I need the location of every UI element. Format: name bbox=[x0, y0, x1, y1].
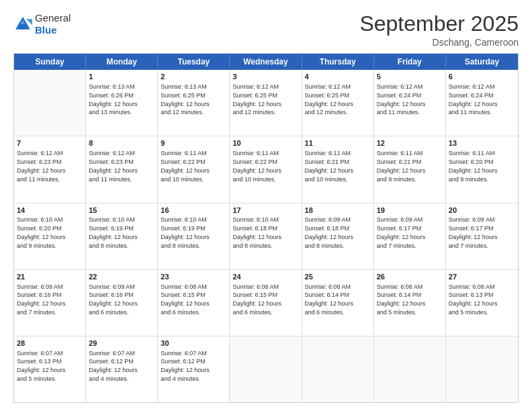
cal-cell: 14Sunrise: 6:10 AM Sunset: 6:20 PM Dayli… bbox=[14, 203, 86, 269]
cell-info: Sunrise: 6:12 AM Sunset: 6:25 PM Dayligh… bbox=[232, 83, 281, 116]
day-number: 10 bbox=[232, 138, 298, 148]
cal-cell: 26Sunrise: 6:08 AM Sunset: 6:14 PM Dayli… bbox=[374, 270, 446, 336]
cal-cell: 23Sunrise: 6:08 AM Sunset: 6:15 PM Dayli… bbox=[158, 270, 230, 336]
cell-info: Sunrise: 6:09 AM Sunset: 6:17 PM Dayligh… bbox=[377, 216, 426, 248]
day-number: 5 bbox=[377, 72, 443, 82]
cal-cell: 17Sunrise: 6:10 AM Sunset: 6:18 PM Dayli… bbox=[230, 203, 302, 269]
cal-cell: 18Sunrise: 6:09 AM Sunset: 6:18 PM Dayli… bbox=[302, 203, 374, 269]
cal-week-2: 7Sunrise: 6:12 AM Sunset: 6:23 PM Daylig… bbox=[14, 136, 518, 203]
cell-info: Sunrise: 6:09 AM Sunset: 6:16 PM Dayligh… bbox=[17, 283, 66, 316]
location: Dschang, Cameroon bbox=[359, 37, 519, 48]
cal-cell: 3Sunrise: 6:12 AM Sunset: 6:25 PM Daylig… bbox=[230, 70, 302, 136]
cal-cell: 20Sunrise: 6:09 AM Sunset: 6:17 PM Dayli… bbox=[446, 203, 518, 269]
header-day-sunday: Sunday bbox=[14, 54, 86, 70]
cal-cell: 4Sunrise: 6:12 AM Sunset: 6:25 PM Daylig… bbox=[302, 70, 374, 136]
cal-cell: 1Sunrise: 6:13 AM Sunset: 6:26 PM Daylig… bbox=[86, 70, 158, 136]
header-day-monday: Monday bbox=[86, 54, 158, 70]
cal-cell: 8Sunrise: 6:12 AM Sunset: 6:23 PM Daylig… bbox=[86, 136, 158, 202]
cal-cell: 13Sunrise: 6:11 AM Sunset: 6:20 PM Dayli… bbox=[446, 136, 518, 202]
day-number: 13 bbox=[449, 138, 515, 148]
cal-week-1: 1Sunrise: 6:13 AM Sunset: 6:26 PM Daylig… bbox=[14, 70, 518, 136]
cell-info: Sunrise: 6:12 AM Sunset: 6:25 PM Dayligh… bbox=[305, 83, 354, 116]
cell-info: Sunrise: 6:08 AM Sunset: 6:14 PM Dayligh… bbox=[305, 283, 354, 316]
cal-cell: 28Sunrise: 6:07 AM Sunset: 6:13 PM Dayli… bbox=[14, 336, 86, 402]
cell-info: Sunrise: 6:07 AM Sunset: 6:12 PM Dayligh… bbox=[89, 350, 138, 382]
day-number: 9 bbox=[161, 138, 226, 148]
title-block: September 2025 Dschang, Cameroon bbox=[359, 12, 519, 48]
cal-cell: 15Sunrise: 6:10 AM Sunset: 6:19 PM Dayli… bbox=[86, 203, 158, 269]
day-number: 17 bbox=[232, 205, 298, 216]
header-day-thursday: Thursday bbox=[302, 54, 374, 70]
cal-cell: 16Sunrise: 6:10 AM Sunset: 6:19 PM Dayli… bbox=[158, 203, 230, 269]
day-number: 20 bbox=[449, 205, 515, 216]
day-number: 4 bbox=[305, 72, 371, 82]
svg-rect-2 bbox=[19, 24, 27, 30]
cal-cell: 29Sunrise: 6:07 AM Sunset: 6:12 PM Dayli… bbox=[86, 336, 158, 402]
cal-cell bbox=[230, 336, 302, 402]
cell-info: Sunrise: 6:07 AM Sunset: 6:12 PM Dayligh… bbox=[161, 350, 210, 382]
day-number: 21 bbox=[17, 272, 83, 282]
cell-info: Sunrise: 6:08 AM Sunset: 6:13 PM Dayligh… bbox=[449, 283, 498, 316]
cell-info: Sunrise: 6:12 AM Sunset: 6:23 PM Dayligh… bbox=[17, 150, 66, 182]
day-number: 11 bbox=[305, 138, 371, 148]
cell-info: Sunrise: 6:11 AM Sunset: 6:21 PM Dayligh… bbox=[377, 150, 426, 182]
cell-info: Sunrise: 6:10 AM Sunset: 6:18 PM Dayligh… bbox=[232, 216, 281, 248]
logo-blue: Blue bbox=[35, 24, 71, 36]
cal-week-4: 21Sunrise: 6:09 AM Sunset: 6:16 PM Dayli… bbox=[14, 270, 518, 336]
cal-cell: 12Sunrise: 6:11 AM Sunset: 6:21 PM Dayli… bbox=[374, 136, 446, 202]
logo-text: General Blue bbox=[35, 12, 71, 36]
day-number: 2 bbox=[161, 72, 226, 82]
logo-icon bbox=[13, 15, 32, 34]
calendar-header: SundayMondayTuesdayWednesdayThursdayFrid… bbox=[14, 54, 518, 70]
cal-cell: 30Sunrise: 6:07 AM Sunset: 6:12 PM Dayli… bbox=[158, 336, 230, 402]
day-number: 15 bbox=[89, 205, 154, 216]
cal-cell: 5Sunrise: 6:12 AM Sunset: 6:24 PM Daylig… bbox=[374, 70, 446, 136]
cal-cell: 27Sunrise: 6:08 AM Sunset: 6:13 PM Dayli… bbox=[446, 270, 518, 336]
cal-cell: 22Sunrise: 6:09 AM Sunset: 6:16 PM Dayli… bbox=[86, 270, 158, 336]
day-number: 23 bbox=[161, 272, 226, 282]
cal-cell bbox=[14, 70, 86, 136]
cell-info: Sunrise: 6:11 AM Sunset: 6:22 PM Dayligh… bbox=[232, 150, 281, 182]
header: General Blue September 2025 Dschang, Cam… bbox=[13, 12, 519, 48]
header-day-tuesday: Tuesday bbox=[158, 54, 230, 70]
cal-cell: 21Sunrise: 6:09 AM Sunset: 6:16 PM Dayli… bbox=[14, 270, 86, 336]
day-number: 7 bbox=[17, 138, 83, 148]
cell-info: Sunrise: 6:09 AM Sunset: 6:17 PM Dayligh… bbox=[449, 216, 498, 248]
cal-cell: 6Sunrise: 6:12 AM Sunset: 6:24 PM Daylig… bbox=[446, 70, 518, 136]
cell-info: Sunrise: 6:09 AM Sunset: 6:18 PM Dayligh… bbox=[305, 216, 354, 248]
cell-info: Sunrise: 6:07 AM Sunset: 6:13 PM Dayligh… bbox=[17, 350, 66, 382]
cal-cell: 2Sunrise: 6:13 AM Sunset: 6:25 PM Daylig… bbox=[158, 70, 230, 136]
cell-info: Sunrise: 6:11 AM Sunset: 6:20 PM Dayligh… bbox=[449, 150, 498, 182]
day-number: 1 bbox=[89, 72, 154, 82]
day-number: 14 bbox=[17, 205, 83, 216]
day-number: 3 bbox=[232, 72, 298, 82]
cell-info: Sunrise: 6:12 AM Sunset: 6:23 PM Dayligh… bbox=[89, 150, 138, 182]
day-number: 27 bbox=[449, 272, 515, 282]
cal-cell: 10Sunrise: 6:11 AM Sunset: 6:22 PM Dayli… bbox=[230, 136, 302, 202]
cell-info: Sunrise: 6:12 AM Sunset: 6:24 PM Dayligh… bbox=[377, 83, 426, 116]
header-day-saturday: Saturday bbox=[446, 54, 518, 70]
logo-general: General bbox=[35, 12, 71, 24]
cal-cell: 7Sunrise: 6:12 AM Sunset: 6:23 PM Daylig… bbox=[14, 136, 86, 202]
cell-info: Sunrise: 6:08 AM Sunset: 6:15 PM Dayligh… bbox=[161, 283, 210, 316]
day-number: 24 bbox=[232, 272, 298, 282]
cal-cell: 24Sunrise: 6:08 AM Sunset: 6:15 PM Dayli… bbox=[230, 270, 302, 336]
cell-info: Sunrise: 6:13 AM Sunset: 6:25 PM Dayligh… bbox=[161, 83, 210, 116]
cell-info: Sunrise: 6:10 AM Sunset: 6:19 PM Dayligh… bbox=[89, 216, 138, 248]
cell-info: Sunrise: 6:11 AM Sunset: 6:22 PM Dayligh… bbox=[161, 150, 210, 182]
cell-info: Sunrise: 6:11 AM Sunset: 6:21 PM Dayligh… bbox=[305, 150, 354, 182]
cal-cell bbox=[374, 336, 446, 402]
page: General Blue September 2025 Dschang, Cam… bbox=[0, 0, 532, 411]
cell-info: Sunrise: 6:10 AM Sunset: 6:19 PM Dayligh… bbox=[161, 216, 210, 248]
day-number: 22 bbox=[89, 272, 154, 282]
day-number: 8 bbox=[89, 138, 154, 148]
cell-info: Sunrise: 6:13 AM Sunset: 6:26 PM Dayligh… bbox=[89, 83, 138, 116]
cell-info: Sunrise: 6:09 AM Sunset: 6:16 PM Dayligh… bbox=[89, 283, 138, 316]
header-day-wednesday: Wednesday bbox=[230, 54, 302, 70]
cell-info: Sunrise: 6:12 AM Sunset: 6:24 PM Dayligh… bbox=[449, 83, 498, 116]
day-number: 30 bbox=[161, 338, 226, 349]
cell-info: Sunrise: 6:08 AM Sunset: 6:14 PM Dayligh… bbox=[377, 283, 426, 316]
day-number: 28 bbox=[17, 338, 83, 349]
calendar: SundayMondayTuesdayWednesdayThursdayFrid… bbox=[13, 53, 519, 403]
cal-cell: 25Sunrise: 6:08 AM Sunset: 6:14 PM Dayli… bbox=[302, 270, 374, 336]
